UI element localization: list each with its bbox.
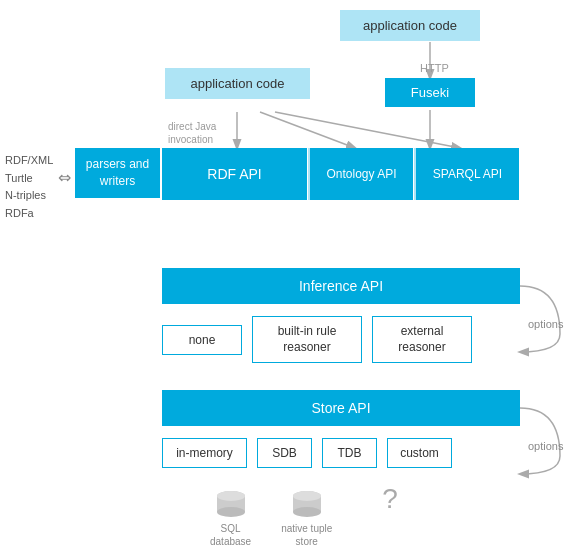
rdf-api-bar: RDF API — [162, 148, 307, 200]
native-db-label: native tuplestore — [281, 522, 332, 548]
sql-db-icon — [213, 490, 249, 518]
store-option-inmemory: in-memory — [162, 438, 247, 468]
store-option-sdb: SDB — [257, 438, 312, 468]
db-icons-row: SQLdatabase native tuplestore ? — [210, 490, 398, 548]
http-label: HTTP — [420, 62, 449, 74]
native-db-icon — [289, 490, 325, 518]
svg-line-3 — [260, 112, 355, 148]
inference-options-row: none built-in rule reasoner external rea… — [162, 316, 520, 363]
java-invocation-label: direct Java invocation — [168, 120, 238, 146]
svg-point-11 — [293, 507, 321, 517]
rdf-format-ntriples: N-triples — [5, 187, 53, 205]
inference-api-bar: Inference API — [162, 268, 520, 304]
svg-point-8 — [217, 491, 245, 501]
app-code-top: application code — [340, 10, 480, 41]
sql-db-item: SQLdatabase — [210, 490, 251, 548]
rdf-format-rdfxml: RDF/XML — [5, 152, 53, 170]
app-code-mid: application code — [165, 68, 310, 99]
sql-db-label: SQLdatabase — [210, 522, 251, 548]
inference-option-external: external reasoner — [372, 316, 472, 363]
inference-option-none: none — [162, 325, 242, 355]
native-db-item: native tuplestore — [281, 490, 332, 548]
architecture-diagram: application code HTTP Fuseki application… — [0, 0, 584, 551]
rdf-format-turtle: Turtle — [5, 170, 53, 188]
question-mark-icon: ? — [382, 485, 398, 513]
store-option-tdb: TDB — [322, 438, 377, 468]
svg-point-7 — [217, 507, 245, 517]
parsers-box: parsers and writers — [75, 148, 160, 198]
ontology-api-bar: Ontology API — [308, 148, 413, 200]
inference-options-label: options — [528, 318, 563, 330]
store-option-custom: custom — [387, 438, 452, 468]
rdf-formats: RDF/XML Turtle N-triples RDFa — [5, 152, 53, 222]
inference-option-builtin: built-in rule reasoner — [252, 316, 362, 363]
svg-point-12 — [293, 491, 321, 501]
store-options-label: options — [528, 440, 563, 452]
fuseki-box: Fuseki — [385, 78, 475, 107]
store-api-bar: Store API — [162, 390, 520, 426]
rdf-format-rdfa: RDFa — [5, 205, 53, 223]
store-options-row: in-memory SDB TDB custom — [162, 438, 520, 468]
svg-line-4 — [275, 112, 460, 148]
double-arrow-icon: ⇔ — [58, 168, 71, 187]
sparql-api-bar: SPARQL API — [414, 148, 519, 200]
custom-icon-item: ? — [382, 485, 398, 513]
